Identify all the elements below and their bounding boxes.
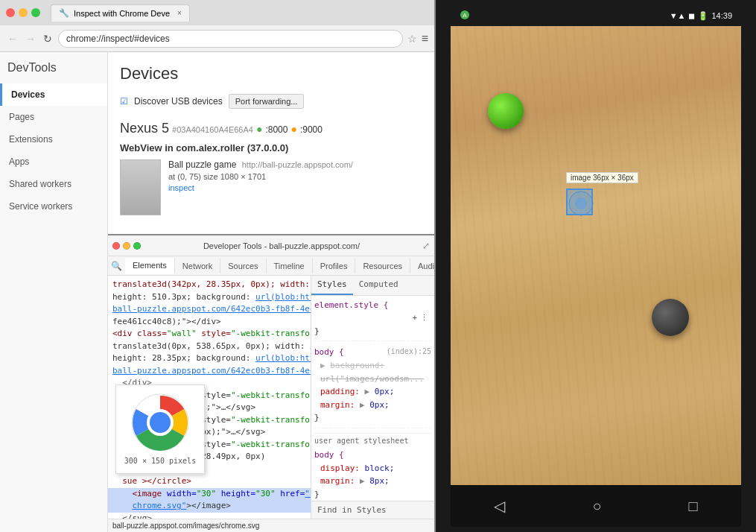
webview-url-inline: http://ball-puzzle.appspot.com/ — [242, 160, 353, 169]
sidebar-item-extensions[interactable]: Extensions — [0, 128, 107, 151]
url-text: chrome://inspect/#devices — [66, 34, 170, 44]
inspect-link[interactable]: inspect — [168, 183, 422, 192]
code-line-selected2: chrome.svg"></image> — [108, 500, 311, 513]
webview-title: Ball puzzle game http://ball-puzzle.apps… — [168, 159, 422, 170]
device-name: Nexus 5 — [120, 121, 169, 136]
bookmark-button[interactable]: ☆ — [407, 33, 417, 45]
tab-title: Inspect with Chrome Deve — [74, 9, 170, 18]
style-block-element: element.style { + ⋮ } — [314, 299, 431, 342]
devtools-title: DevTools — [0, 52, 107, 83]
back-button[interactable]: ← — [6, 31, 19, 46]
chrome-logo-size: 300 × 150 pixels — [124, 455, 196, 466]
computed-tab[interactable]: Computed — [353, 276, 404, 295]
window-buttons — [6, 8, 40, 17]
tab-resources[interactable]: Resources — [355, 259, 410, 273]
webview-thumbnail — [120, 159, 161, 215]
dt-close-btn[interactable] — [112, 242, 120, 250]
ball-green — [488, 93, 524, 129]
find-bar: Find in Styles — [311, 501, 434, 519]
wood-background: image 36px × 36px — [451, 26, 741, 485]
tab-profiles[interactable]: Profiles — [313, 259, 356, 273]
devtools-bottom-titlebar: Developer Tools - ball-puzzle.appspot.co… — [108, 235, 434, 256]
style-prop-bg: ▶ background: url("images/woodsm... — [314, 359, 431, 385]
style-block-body: body { (index):25 ▶ background: url("ima… — [314, 346, 431, 428]
dt-expand-button[interactable]: ⤢ — [422, 241, 430, 251]
tab-sources[interactable]: Sources — [220, 259, 266, 273]
chrome-titlebar: 🔧 Inspect with Chrome Deve × — [0, 0, 434, 25]
tab-network[interactable]: Network — [175, 259, 220, 273]
styles-tab[interactable]: Styles — [311, 276, 353, 295]
dt-min-btn[interactable] — [123, 242, 130, 250]
maximize-button[interactable] — [31, 8, 40, 17]
styles-tabs: Styles Computed — [311, 276, 434, 296]
devtools-sidebar: DevTools Devices Pages Extensions Apps S… — [0, 52, 108, 532]
code-line: ball-puzzle.appspot.com/642ec0b3-fb8f-4e… — [108, 303, 311, 316]
discover-checkbox[interactable]: ☑ — [120, 96, 128, 107]
sidebar-item-pages[interactable]: Pages — [0, 106, 107, 128]
phone-navbar: ◁ ○ □ — [451, 485, 741, 527]
time-display: 14:39 — [711, 11, 732, 20]
search-icon-btn[interactable]: 🔍 — [108, 261, 125, 271]
sidebar-item-shared-workers[interactable]: Shared workers — [0, 173, 107, 195]
selected-element: image 36px × 36px — [566, 189, 593, 215]
forward-button[interactable]: → — [24, 31, 37, 46]
wood-grain — [451, 26, 741, 485]
statusbar: ball-puzzle.appspot.com/images/chrome.sv… — [108, 519, 434, 532]
ball-dark — [652, 299, 689, 336]
code-line: height: 28.35px; background: url(blob:ht… — [108, 352, 311, 365]
selected-image-svg — [568, 190, 594, 217]
devtools-tabs: 🔍 Elements Network Sources Timeline Prof… — [108, 256, 434, 276]
selected-label: image 36px × 36px — [566, 172, 638, 183]
menu-button[interactable]: ≡ — [422, 32, 428, 45]
wifi-icon: ▼▲ — [670, 11, 686, 20]
code-panel[interactable]: translate3d(342px, 28.35px, 0px); width:… — [108, 276, 311, 519]
webview-row: Ball puzzle game http://ball-puzzle.apps… — [120, 159, 422, 215]
style-prop-display: display: block; — [314, 462, 431, 475]
sidebar-item-devices[interactable]: Devices — [0, 83, 107, 106]
style-more-btn[interactable]: ⋮ — [420, 311, 428, 325]
svg-point-6 — [575, 197, 587, 209]
sidebar-item-apps[interactable]: Apps — [0, 151, 107, 173]
style-add-btn[interactable]: + — [412, 311, 417, 325]
selected-highlight — [566, 189, 593, 215]
address-bar[interactable]: chrome://inspect/#devices — [58, 30, 403, 48]
minimize-button[interactable] — [19, 8, 28, 17]
webview-position: at (0, 75) size 1080 × 1701 — [168, 172, 422, 181]
code-line: </svg> — [108, 513, 311, 519]
port-forwarding-button[interactable]: Port forwarding... — [229, 94, 305, 109]
tab-audits[interactable]: Audits — [410, 259, 434, 273]
dt-max-btn[interactable] — [133, 242, 141, 250]
phone-panel: A ▼▲ ◼ 🔋 14:39 image 36px × 36px — [436, 0, 756, 532]
styles-body: element.style { + ⋮ } body { ( — [311, 296, 434, 501]
android-icon: A — [460, 10, 470, 20]
nav-back-button[interactable]: ◁ — [494, 497, 505, 515]
nav-recent-button[interactable]: □ — [688, 498, 697, 515]
devtools-body: translate3d(342px, 28.35px, 0px); width:… — [108, 276, 434, 519]
sidebar-item-service-workers[interactable]: Service workers — [0, 195, 107, 218]
style-prop-margin2: margin: ▶ 8px; — [314, 475, 431, 488]
phone-status-right: ▼▲ ◼ 🔋 14:39 — [670, 11, 732, 21]
reload-button[interactable]: ↻ — [42, 31, 54, 46]
tab-elements[interactable]: Elements — [125, 258, 175, 274]
browser-tab[interactable]: 🔧 Inspect with Chrome Deve × — [51, 4, 190, 22]
style-section-label: user agent stylesheet — [314, 433, 431, 449]
phone-app: image 36px × 36px — [451, 26, 741, 485]
styles-panel: Styles Computed element.style { + ⋮ } — [311, 276, 434, 519]
tab-timeline[interactable]: Timeline — [267, 259, 313, 273]
statusbar-url: ball-puzzle.appspot.com/images/chrome.sv… — [112, 522, 259, 530]
tab-bar: 🔧 Inspect with Chrome Deve × — [51, 4, 428, 22]
nav-home-button[interactable]: ○ — [592, 498, 601, 515]
close-button[interactable] — [6, 8, 15, 17]
webview-label: WebView in com.alex.roller (37.0.0.0) — [120, 142, 422, 153]
code-line: translate3d(342px, 28.35px, 0px); width:… — [108, 279, 311, 291]
code-line: translate3d(0px, 538.65px, 0px); width: … — [108, 341, 311, 353]
tab-close-button[interactable]: × — [177, 9, 182, 17]
port2-indicator: ● — [290, 123, 296, 135]
devices-main: Devices ☑ Discover USB devices Port forw… — [108, 52, 434, 234]
browser-panel: 🔧 Inspect with Chrome Deve × ← → ↻ chrom… — [0, 0, 436, 532]
dt-title: Developer Tools - ball-puzzle.appspot.co… — [145, 241, 418, 250]
port1-label: :8000 — [265, 124, 288, 135]
code-line: sue ></circle> — [108, 475, 311, 488]
find-label: Find in Styles — [317, 504, 387, 517]
webview-info: Ball puzzle game http://ball-puzzle.apps… — [168, 159, 422, 192]
